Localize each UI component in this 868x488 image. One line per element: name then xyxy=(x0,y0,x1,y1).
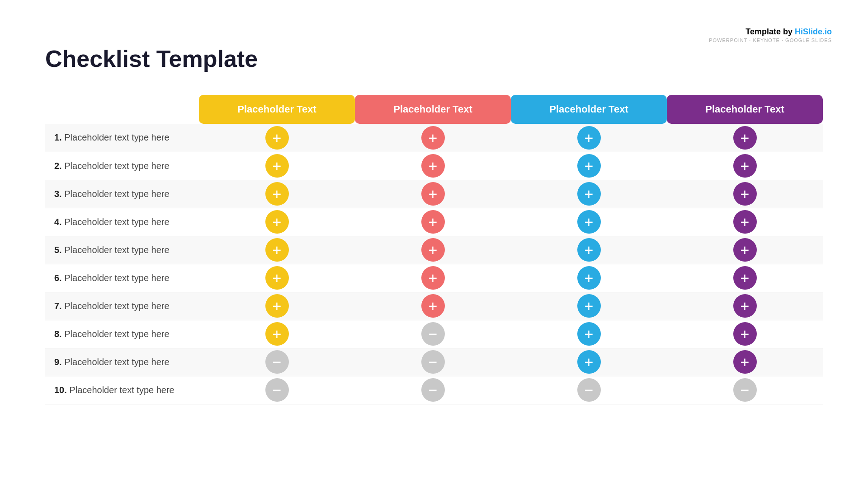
cell-row5-col3: + xyxy=(511,236,667,264)
row-num: 3. xyxy=(54,189,64,199)
checklist-icon-plus-blue[interactable]: + xyxy=(577,126,601,150)
cell-row1-col2: + xyxy=(355,124,511,152)
table-row: 1. Placeholder text type here++++ xyxy=(45,124,823,152)
watermark: Template by HiSlide.io POWERPOINT · KEYN… xyxy=(709,27,832,43)
checklist-icon-plus-blue[interactable]: + xyxy=(577,322,601,346)
checklist-icon-plus-yellow[interactable]: + xyxy=(265,210,289,234)
checklist-icon-plus-yellow[interactable]: + xyxy=(265,154,289,178)
checklist-icon-plus-purple[interactable]: + xyxy=(733,238,757,262)
row-label-10: 10. Placeholder text type here xyxy=(45,376,199,404)
cell-row9-col1: − xyxy=(199,348,355,376)
row-label-9: 9. Placeholder text type here xyxy=(45,348,199,376)
cell-row8-col4: + xyxy=(667,320,823,348)
row-label-5: 5. Placeholder text type here xyxy=(45,236,199,264)
cell-row5-col4: + xyxy=(667,236,823,264)
row-label-6: 6. Placeholder text type here xyxy=(45,264,199,292)
cell-row7-col1: + xyxy=(199,292,355,320)
table-row: 7. Placeholder text type here++++ xyxy=(45,292,823,320)
cell-row9-col4: + xyxy=(667,348,823,376)
checklist-icon-plus-blue[interactable]: + xyxy=(577,266,601,290)
main-content: Checklist Template Placeholder TextPlace… xyxy=(0,0,868,432)
row-num: 6. xyxy=(54,273,64,283)
column-header-col1: Placeholder Text xyxy=(199,95,355,124)
cell-row9-col3: + xyxy=(511,348,667,376)
checklist-icon-plus-yellow[interactable]: + xyxy=(265,322,289,346)
cell-row8-col2: − xyxy=(355,320,511,348)
cell-row2-col1: + xyxy=(199,152,355,180)
cell-row8-col3: + xyxy=(511,320,667,348)
row-text: Placeholder text type here xyxy=(64,357,169,367)
checklist-icon-minus-gray[interactable]: − xyxy=(421,378,445,402)
row-text: Placeholder text type here xyxy=(64,132,169,142)
table-row: 5. Placeholder text type here++++ xyxy=(45,236,823,264)
checklist-icon-plus-blue[interactable]: + xyxy=(577,154,601,178)
checklist-icon-plus-red[interactable]: + xyxy=(421,182,445,206)
checklist-icon-plus-purple[interactable]: + xyxy=(733,182,757,206)
cell-row10-col3: − xyxy=(511,376,667,404)
checklist-icon-plus-yellow[interactable]: + xyxy=(265,126,289,150)
checklist-icon-minus-gray[interactable]: − xyxy=(421,322,445,346)
checklist-icon-plus-red[interactable]: + xyxy=(421,266,445,290)
cell-row10-col2: − xyxy=(355,376,511,404)
row-text: Placeholder text type here xyxy=(64,161,169,171)
checklist-icon-plus-purple[interactable]: + xyxy=(733,266,757,290)
cell-row4-col1: + xyxy=(199,208,355,236)
row-num: 9. xyxy=(54,357,64,367)
row-label-1: 1. Placeholder text type here xyxy=(45,124,199,152)
checklist-icon-plus-purple[interactable]: + xyxy=(733,154,757,178)
row-label-4: 4. Placeholder text type here xyxy=(45,208,199,236)
cell-row7-col4: + xyxy=(667,292,823,320)
cell-row2-col3: + xyxy=(511,152,667,180)
checklist-icon-plus-purple[interactable]: + xyxy=(733,294,757,318)
row-num: 7. xyxy=(54,301,64,311)
checklist-icon-minus-gray[interactable]: − xyxy=(265,378,289,402)
cell-row3-col3: + xyxy=(511,180,667,208)
checklist-icon-minus-gray[interactable]: − xyxy=(733,378,757,402)
cell-row10-col4: − xyxy=(667,376,823,404)
cell-row7-col2: + xyxy=(355,292,511,320)
checklist-icon-plus-purple[interactable]: + xyxy=(733,322,757,346)
label-header xyxy=(45,95,199,124)
cell-row3-col4: + xyxy=(667,180,823,208)
checklist-icon-minus-gray[interactable]: − xyxy=(421,350,445,374)
cell-row1-col3: + xyxy=(511,124,667,152)
row-text: Placeholder text type here xyxy=(64,301,169,311)
row-num: 5. xyxy=(54,245,64,255)
checklist-icon-plus-red[interactable]: + xyxy=(421,210,445,234)
row-num: 4. xyxy=(54,217,64,227)
cell-row6-col4: + xyxy=(667,264,823,292)
checklist-icon-plus-red[interactable]: + xyxy=(421,294,445,318)
row-num: 1. xyxy=(54,132,64,142)
checklist-icon-plus-red[interactable]: + xyxy=(421,238,445,262)
checklist-icon-plus-purple[interactable]: + xyxy=(733,126,757,150)
checklist-icon-plus-yellow[interactable]: + xyxy=(265,266,289,290)
checklist-icon-plus-blue[interactable]: + xyxy=(577,210,601,234)
checklist-icon-plus-yellow[interactable]: + xyxy=(265,294,289,318)
checklist-icon-plus-red[interactable]: + xyxy=(421,126,445,150)
table-row: 10. Placeholder text type here−−−− xyxy=(45,376,823,404)
cell-row6-col1: + xyxy=(199,264,355,292)
cell-row4-col4: + xyxy=(667,208,823,236)
cell-row6-col3: + xyxy=(511,264,667,292)
cell-row3-col1: + xyxy=(199,180,355,208)
checklist-icon-plus-yellow[interactable]: + xyxy=(265,238,289,262)
checklist-icon-minus-gray[interactable]: − xyxy=(577,378,601,402)
row-text: Placeholder text type here xyxy=(64,329,169,339)
table-row: 8. Placeholder text type here+−++ xyxy=(45,320,823,348)
column-header-col3: Placeholder Text xyxy=(511,95,667,124)
checklist-icon-plus-blue[interactable]: + xyxy=(577,182,601,206)
cell-row1-col4: + xyxy=(667,124,823,152)
checklist-icon-plus-yellow[interactable]: + xyxy=(265,182,289,206)
checklist-icon-plus-purple[interactable]: + xyxy=(733,350,757,374)
cell-row6-col2: + xyxy=(355,264,511,292)
checklist-icon-minus-gray[interactable]: − xyxy=(265,350,289,374)
row-text: Placeholder text type here xyxy=(64,273,169,283)
checklist-icon-plus-purple[interactable]: + xyxy=(733,210,757,234)
cell-row2-col2: + xyxy=(355,152,511,180)
checklist-icon-plus-blue[interactable]: + xyxy=(577,350,601,374)
checklist-icon-plus-blue[interactable]: + xyxy=(577,238,601,262)
checklist-icon-plus-red[interactable]: + xyxy=(421,154,445,178)
cell-row10-col1: − xyxy=(199,376,355,404)
checklist-icon-plus-blue[interactable]: + xyxy=(577,294,601,318)
cell-row1-col1: + xyxy=(199,124,355,152)
